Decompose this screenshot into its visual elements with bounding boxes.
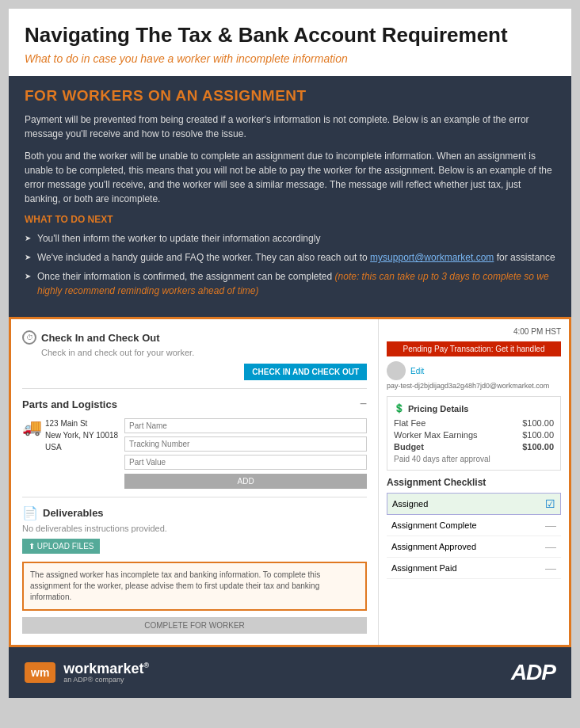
pricing-icon: 💲 bbox=[394, 403, 405, 414]
adp-logo: ADP bbox=[511, 660, 555, 685]
para2: Both you and the worker will be unable t… bbox=[25, 149, 555, 206]
clock-icon: ⏱ bbox=[22, 330, 36, 345]
worker-row: Edit bbox=[387, 361, 561, 380]
part-value-input[interactable] bbox=[124, 455, 367, 470]
checklist-item-assigned: Assigned ☑ bbox=[387, 493, 561, 515]
bullet-item-1: Assigned You'll then inform the worker t… bbox=[25, 231, 555, 246]
checklist-section: Assignment Checklist Assigned ☑ Assignme… bbox=[387, 477, 561, 579]
worker-email: pay-test-dj2bjdijagd3a2g48h7jd0@workmark… bbox=[387, 382, 561, 390]
tracking-number-input[interactable] bbox=[124, 436, 367, 452]
budget-value: $100.00 bbox=[522, 442, 554, 452]
pricing-row-flat: Flat Fee $100.00 bbox=[394, 418, 554, 428]
payment-button[interactable]: Pending Pay Transaction: Get it handled bbox=[387, 341, 561, 356]
dark-section: FOR WORKERS ON AN ASSIGNMENT Payment wil… bbox=[9, 76, 571, 317]
pricing-title: 💲 Pricing Details bbox=[394, 403, 554, 414]
italic-note: (note: this can take up to 3 days to com… bbox=[37, 271, 549, 296]
pricing-row-worker: Worker Max Earnings $100.00 bbox=[394, 430, 554, 440]
worker-max-value: $100.00 bbox=[522, 430, 554, 440]
page-title: Navigating The Tax & Bank Account Requir… bbox=[25, 23, 555, 48]
parts-body: 🚚 123 Main St New York, NY 10018 USA bbox=[22, 417, 367, 489]
time-display: 4:00 PM HST bbox=[387, 327, 561, 336]
upload-files-button[interactable]: ⬆ UPLOAD FILES bbox=[22, 539, 100, 554]
check-icon: ☑ bbox=[545, 497, 555, 510]
dash-icon-2: — bbox=[545, 540, 556, 553]
wm-text: workmarket® an ADP® company bbox=[63, 661, 149, 684]
support-email-link[interactable]: mysupport@workmarket.com bbox=[370, 252, 494, 263]
checkin-button[interactable]: CHECK IN AND CHECK OUT bbox=[244, 364, 367, 380]
divider-1 bbox=[22, 388, 367, 389]
budget-label: Budget bbox=[394, 442, 424, 452]
checklist-item-approved: Assignment Approved — bbox=[387, 536, 561, 558]
worker-max-label: Worker Max Earnings bbox=[394, 430, 478, 440]
avatar bbox=[387, 361, 406, 380]
dash-icon-1: — bbox=[545, 519, 556, 532]
page-subtitle: What to do in case you have a worker wit… bbox=[25, 52, 555, 65]
paid-label: Assignment Paid bbox=[391, 563, 457, 573]
screenshot-inner: ⏱ Check In and Check Out Check in and ch… bbox=[11, 319, 569, 645]
address-line1: 123 Main St bbox=[45, 417, 118, 429]
parts-right: ADD bbox=[124, 417, 367, 489]
wm-sub-text: an ADP® company bbox=[63, 676, 149, 684]
wm-badge: wm bbox=[25, 662, 55, 683]
deliverables-section: 📄 Deliverables No deliverables instructi… bbox=[22, 505, 367, 554]
checkin-sub: Check in and check out for your worker. bbox=[41, 348, 367, 357]
bullet-item-2: We've included a handy guide and FAQ the… bbox=[25, 250, 555, 265]
complete-label: Assignment Complete bbox=[391, 520, 477, 530]
worker-edit-link[interactable]: Edit bbox=[410, 367, 424, 375]
warning-text: The assigned worker has incomplete tax a… bbox=[30, 570, 320, 601]
approved-label: Assignment Approved bbox=[391, 542, 476, 551]
checkin-section: ⏱ Check In and Check Out Check in and ch… bbox=[22, 330, 367, 380]
header-section: Navigating The Tax & Bank Account Requir… bbox=[9, 9, 571, 76]
address-line3: USA bbox=[45, 441, 118, 453]
deliverables-sub: No deliverables instructions provided. bbox=[22, 524, 367, 533]
checkin-title: Check In and Check Out bbox=[41, 332, 160, 344]
collapse-button[interactable]: − bbox=[360, 397, 367, 411]
checklist-title: Assignment Checklist bbox=[387, 477, 561, 488]
parts-title: Parts and Logistics bbox=[22, 398, 117, 410]
page: Navigating The Tax & Bank Account Requir… bbox=[8, 8, 572, 699]
checklist-item-complete: Assignment Complete — bbox=[387, 515, 561, 536]
deliverables-icon: 📄 bbox=[22, 505, 38, 520]
pricing-section: 💲 Pricing Details Flat Fee $100.00 Worke… bbox=[387, 396, 561, 471]
address-text: 123 Main St New York, NY 10018 USA bbox=[45, 417, 118, 453]
para1: Payment will be prevented from being cre… bbox=[25, 112, 555, 141]
assigned-label: Assigned bbox=[392, 499, 428, 509]
pricing-row-budget: Budget $100.00 bbox=[394, 442, 554, 452]
divider-2 bbox=[22, 497, 367, 497]
deliverables-header: 📄 Deliverables bbox=[22, 505, 367, 520]
bullet-item-3: Once their information is confirmed, the… bbox=[25, 269, 555, 298]
flat-fee-label: Flat Fee bbox=[394, 418, 425, 428]
add-part-button[interactable]: ADD bbox=[124, 474, 367, 489]
workmarket-logo: wm workmarket® an ADP® company bbox=[25, 661, 149, 684]
section-heading: FOR WORKERS ON AN ASSIGNMENT bbox=[25, 87, 555, 105]
paid-note: Paid 40 days after approval bbox=[394, 455, 554, 463]
screen-right: 4:00 PM HST Pending Pay Transaction: Get… bbox=[379, 319, 569, 645]
parts-header: Parts and Logistics − bbox=[22, 397, 367, 411]
address-line2: New York, NY 10018 bbox=[45, 429, 118, 441]
footer: wm workmarket® an ADP® company ADP bbox=[9, 647, 571, 698]
checklist-item-paid: Assignment Paid — bbox=[387, 558, 561, 579]
checkin-header: ⏱ Check In and Check Out bbox=[22, 330, 367, 345]
wm-main-text: workmarket® bbox=[63, 661, 149, 676]
screenshot-area: ⏱ Check In and Check Out Check in and ch… bbox=[9, 317, 571, 647]
parts-section: Parts and Logistics − 🚚 123 Main St New … bbox=[22, 397, 367, 489]
deliverables-title: Deliverables bbox=[43, 507, 104, 519]
parts-left: 🚚 123 Main St New York, NY 10018 USA bbox=[22, 417, 118, 453]
dash-icon-3: — bbox=[545, 562, 556, 574]
part-name-input[interactable] bbox=[124, 418, 367, 433]
upload-icon: ⬆ bbox=[29, 542, 37, 551]
truck-icon: 🚚 bbox=[22, 417, 42, 436]
screen-left: ⏱ Check In and Check Out Check in and ch… bbox=[11, 319, 379, 645]
what-to-do-label: WHAT TO DO NEXT bbox=[25, 214, 555, 225]
flat-fee-value: $100.00 bbox=[522, 418, 554, 428]
complete-for-worker-button[interactable]: COMPLETE FOR WORKER bbox=[22, 617, 367, 634]
bullet-list: Assigned You'll then inform the worker t… bbox=[25, 231, 555, 298]
warning-box: The assigned worker has incomplete tax a… bbox=[22, 562, 367, 611]
